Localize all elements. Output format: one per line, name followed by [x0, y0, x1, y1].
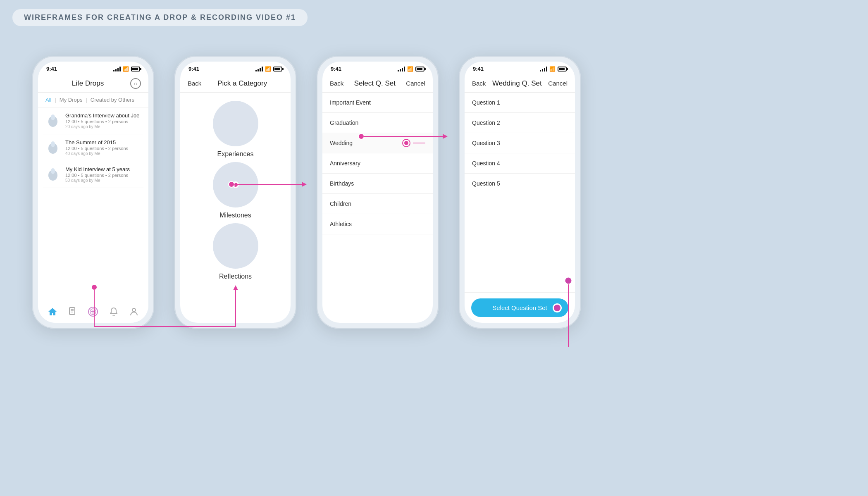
phone-1: 9:41 📶 Life Drops ○ All | — [32, 56, 154, 329]
bottom-nav-person[interactable] — [129, 306, 139, 317]
drop-item-1[interactable]: The Summer of 2015 12:00 • 5 questions •… — [43, 134, 143, 161]
status-bar-4: 9:41 📶 — [465, 62, 575, 74]
category-list: Experiences Milestones Reflections — [180, 93, 291, 323]
drop-meta-0: 12:00 • 5 questions • 2 persons — [65, 119, 140, 124]
filter-tab-mydrops[interactable]: My Drops — [60, 96, 83, 104]
home-icon — [47, 306, 58, 317]
q-set-list: Important Event Graduation Wedding Anniv… — [322, 93, 433, 323]
battery-icon-2 — [273, 67, 282, 72]
category-circle-reflections — [213, 223, 258, 269]
q-item-anniversary[interactable]: Anniversary — [322, 153, 433, 174]
battery-icon-3 — [415, 67, 424, 72]
category-experiences[interactable]: Experiences — [213, 101, 258, 158]
svg-rect-7 — [71, 309, 74, 310]
svg-point-14 — [132, 308, 136, 312]
drop-item-0[interactable]: Grandma's Interview about Joe 12:00 • 5 … — [43, 107, 143, 134]
bell-icon — [108, 306, 119, 317]
time-4: 9:41 — [473, 66, 484, 72]
drop-list: Grandma's Interview about Joe 12:00 • 5 … — [38, 107, 148, 302]
drop-icon-0 — [45, 113, 60, 128]
question-item-1[interactable]: Question 1 — [465, 93, 575, 113]
signal-icon-2 — [255, 67, 263, 72]
nav-title-2: Pick a Category — [201, 79, 283, 88]
svg-rect-9 — [71, 312, 73, 312]
bottom-nav-bell[interactable] — [108, 306, 119, 317]
status-icons-4: 📶 — [540, 66, 567, 72]
signal-icon-1 — [113, 67, 121, 72]
person-icon — [129, 306, 139, 317]
profile-icon-1[interactable]: ○ — [130, 78, 141, 89]
drop-date-1: 40 days ago by Me — [65, 151, 128, 156]
nav-bar-3: Back Select Q. Set Cancel — [322, 74, 433, 93]
status-bar-3: 9:41 📶 — [322, 62, 433, 74]
nav-back-4[interactable]: Back — [472, 80, 486, 87]
wifi-icon-1: 📶 — [123, 66, 129, 72]
wifi-icon-4: 📶 — [549, 66, 556, 72]
page-header: WIREFRAMES FOR CREATING A DROP & RECORDI… — [12, 9, 308, 26]
nav-title-3: Select Q. Set — [343, 79, 406, 88]
drop-title-2: My Kid Interview at 5 years — [65, 166, 130, 172]
question-item-5[interactable]: Question 5 — [465, 174, 575, 193]
select-btn-container: Select Question Set — [465, 292, 575, 323]
svg-point-1 — [51, 114, 55, 120]
category-reflections[interactable]: Reflections — [213, 223, 258, 280]
q-item-important-event[interactable]: Important Event — [322, 93, 433, 113]
drop-meta-2: 12:00 • 5 questions • 2 persons — [65, 173, 130, 178]
category-label-experiences: Experiences — [217, 150, 253, 158]
question-item-3[interactable]: Question 3 — [465, 133, 575, 153]
wifi-icon-2: 📶 — [265, 66, 271, 72]
signal-icon-4 — [540, 67, 547, 72]
nav-back-3[interactable]: Back — [330, 80, 343, 87]
nav-bar-1: Life Drops ○ — [38, 74, 148, 93]
svg-point-5 — [51, 168, 55, 174]
signal-icon-3 — [398, 67, 405, 72]
nav-cancel-4[interactable]: Cancel — [548, 80, 568, 87]
question-list: Question 1 Question 2 Question 3 Questio… — [465, 93, 575, 193]
nav-cancel-3[interactable]: Cancel — [406, 80, 425, 87]
select-btn-dot — [553, 303, 562, 312]
bottom-nav-document[interactable] — [67, 306, 78, 317]
q-item-athletics[interactable]: Athletics — [322, 214, 433, 234]
drop-title-1: The Summer of 2015 — [65, 139, 128, 145]
battery-icon-1 — [131, 67, 140, 72]
drop-date-2: 50 days ago by Me — [65, 178, 130, 183]
question-item-2[interactable]: Question 2 — [465, 113, 575, 133]
time-1: 9:41 — [46, 66, 57, 72]
svg-point-3 — [51, 141, 55, 147]
filter-tab-others[interactable]: Created by Others — [91, 96, 134, 104]
battery-icon-4 — [558, 67, 567, 72]
category-circle-milestones — [213, 162, 258, 207]
bottom-nav-home[interactable] — [47, 306, 58, 317]
select-question-set-button[interactable]: Select Question Set — [471, 298, 568, 317]
q-item-children[interactable]: Children — [322, 194, 433, 214]
filter-tabs: All | My Drops | Created by Others — [38, 93, 148, 107]
category-milestones[interactable]: Milestones — [213, 162, 258, 219]
q-item-wedding[interactable]: Wedding — [322, 133, 433, 153]
status-icons-1: 📶 — [113, 66, 140, 72]
q-item-birthdays[interactable]: Birthdays — [322, 174, 433, 194]
wedding-arrow-line — [413, 143, 425, 143]
status-bar-1: 9:41 📶 — [38, 62, 148, 74]
bottom-nav-1 — [38, 302, 148, 323]
plus-circle-icon — [88, 306, 98, 317]
phone-2: 9:41 📶 Back Pick a Category — [174, 56, 296, 329]
category-label-reflections: Reflections — [219, 273, 252, 280]
status-bar-2: 9:41 📶 — [180, 62, 291, 74]
nav-bar-4: Back Wedding Q. Set Cancel — [465, 74, 575, 93]
nav-back-2[interactable]: Back — [188, 80, 201, 87]
time-2: 9:41 — [188, 66, 199, 72]
bottom-nav-plus[interactable] — [88, 306, 98, 317]
q-item-graduation[interactable]: Graduation — [322, 113, 433, 133]
document-icon — [67, 306, 78, 317]
question-item-4[interactable]: Question 4 — [465, 153, 575, 174]
category-circle-experiences — [213, 101, 258, 146]
phone-4: 9:41 📶 Back Wedding Q. Set Cancel — [459, 56, 581, 329]
drop-icon-1 — [45, 140, 60, 155]
wedding-selected-dot — [403, 140, 410, 146]
drop-item-2[interactable]: My Kid Interview at 5 years 12:00 • 5 qu… — [43, 161, 143, 188]
svg-marker-21 — [302, 182, 307, 187]
nav-bar-2: Back Pick a Category — [180, 74, 291, 93]
filter-tab-all[interactable]: All — [45, 96, 51, 104]
milestones-dot — [232, 181, 239, 188]
header-label: WIREFRAMES FOR CREATING A DROP & RECORDI… — [24, 13, 296, 21]
